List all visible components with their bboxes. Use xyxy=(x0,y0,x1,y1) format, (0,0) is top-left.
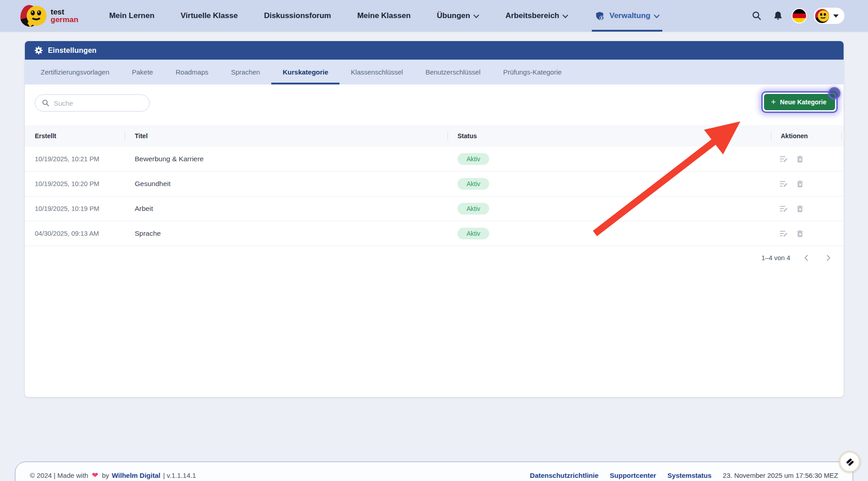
gear-icon xyxy=(34,46,43,55)
cell-title: Bewerbung & Karriere xyxy=(125,155,448,163)
status-badge: Aktiv xyxy=(458,178,489,190)
settings-panel: Einstellungen Zertifizierungsvorlagen Pa… xyxy=(25,41,844,397)
delete-icon[interactable] xyxy=(796,205,804,213)
edit-icon[interactable] xyxy=(779,204,788,213)
settings-tabbar: Zertifizierungsvorlagen Pakete Roadmaps … xyxy=(25,60,844,84)
edit-icon[interactable] xyxy=(779,229,788,238)
column-header-titel: Titel xyxy=(125,125,448,147)
status-badge: Aktiv xyxy=(458,228,489,239)
nav-right-icons xyxy=(750,8,844,24)
edit-icon[interactable] xyxy=(779,154,788,163)
column-header-status: Status xyxy=(448,125,771,147)
search-icon[interactable] xyxy=(750,9,764,23)
widget-logo-icon xyxy=(844,456,856,468)
nav-item-diskussionsforum[interactable]: Diskussionsforum xyxy=(264,0,331,32)
tab-sprachen[interactable]: Sprachen xyxy=(220,60,271,84)
column-header-erstellt: Erstellt xyxy=(25,125,125,147)
plus-icon: + xyxy=(771,99,776,105)
column-header-aktionen: Aktionen xyxy=(771,125,844,147)
account-menu[interactable] xyxy=(814,8,844,24)
delete-icon[interactable] xyxy=(796,155,804,163)
panel-title: Einstellungen xyxy=(48,47,97,55)
consent-widget-button[interactable] xyxy=(839,451,860,472)
new-category-button[interactable]: + Neue Kategorie xyxy=(764,94,835,110)
new-category-focus-ring: + Neue Kategorie xyxy=(761,91,838,113)
nav-item-mein-lernen[interactable]: Mein Lernen xyxy=(109,0,154,32)
status-badge: Aktiv xyxy=(458,153,489,165)
link-datenschutzrichtlinie[interactable]: Datenschutzrichtlinie xyxy=(530,472,599,479)
cell-title: Sprache xyxy=(125,229,448,238)
cell-title: Gesundheit xyxy=(125,180,448,188)
nav-item-virtuelle-klasse[interactable]: Virtuelle Klasse xyxy=(181,0,238,32)
search-icon xyxy=(42,99,50,107)
chevron-down-icon xyxy=(654,14,660,19)
previous-page-icon[interactable] xyxy=(801,252,812,263)
nav-item-arbeitsbereich[interactable]: Arbeitsbereich xyxy=(505,0,568,32)
nav-item-verwaltung[interactable]: Verwaltung xyxy=(594,0,660,32)
pagination: 1–4 von 4 xyxy=(25,246,844,270)
chevron-down-icon xyxy=(473,14,479,19)
main-menu: Mein Lernen Virtuelle Klasse Diskussions… xyxy=(109,0,659,32)
link-systemstatus[interactable]: Systemstatus xyxy=(667,472,712,479)
logo-text: test german xyxy=(51,8,78,24)
pagination-range-label: 1–4 von 4 xyxy=(761,254,790,262)
table-header-row: Erstellt Titel Status Aktionen xyxy=(25,125,844,147)
company-link[interactable]: Wilhelm Digital xyxy=(112,472,160,479)
edit-icon[interactable] xyxy=(779,179,788,188)
table-row: 04/30/2025, 09:13 AM Sprache Aktiv xyxy=(25,221,844,246)
tab-pruefungs-kategorie[interactable]: Prüfungs-Kategorie xyxy=(492,60,573,84)
link-supportcenter[interactable]: Supportcenter xyxy=(610,472,656,479)
app-logo[interactable]: test german xyxy=(20,4,78,28)
tab-klassenschluessel[interactable]: Klassenschlüssel xyxy=(340,60,414,84)
footer-copyright: © 2024 | Made with ❤ by Wilhelm Digital … xyxy=(30,471,196,480)
table-toolbar: + Neue Kategorie xyxy=(25,84,844,125)
panel-header: Einstellungen xyxy=(25,41,844,60)
table-row: 10/19/2025, 10:20 PM Gesundheit Aktiv xyxy=(25,172,844,196)
german-flag-icon[interactable] xyxy=(793,9,806,23)
table-row: 10/19/2025, 10:19 PM Arbeit Aktiv xyxy=(25,196,844,221)
logo-smiley-icon xyxy=(20,4,47,28)
footer: © 2024 | Made with ❤ by Wilhelm Digital … xyxy=(15,462,853,481)
user-avatar xyxy=(815,9,829,23)
delete-icon[interactable] xyxy=(796,229,804,238)
caret-down-icon xyxy=(833,14,839,18)
footer-timestamp: 23. November 2025 um 17:56:30 MEZ xyxy=(723,472,838,479)
top-navigation: test german Mein Lernen Virtuelle Klasse… xyxy=(0,0,868,32)
tab-kurskategorie[interactable]: Kurskategorie xyxy=(271,60,340,84)
cell-created: 10/19/2025, 10:20 PM xyxy=(25,180,125,187)
bell-icon[interactable] xyxy=(771,9,785,23)
search-field[interactable] xyxy=(35,94,150,112)
tab-benutzerschluessel[interactable]: Benutzerschlüssel xyxy=(414,60,492,84)
heart-icon: ❤ xyxy=(92,471,98,480)
nav-item-meine-klassen[interactable]: Meine Klassen xyxy=(357,0,410,32)
cell-created: 10/19/2025, 10:21 PM xyxy=(25,155,125,163)
chevron-down-icon xyxy=(562,14,568,19)
categories-table: Erstellt Titel Status Aktionen 10/19/202… xyxy=(25,125,844,270)
tab-pakete[interactable]: Pakete xyxy=(121,60,165,84)
cell-created: 10/19/2025, 10:19 PM xyxy=(25,205,125,212)
next-page-icon[interactable] xyxy=(823,252,834,263)
admin-shield-icon xyxy=(594,11,605,21)
tab-zertifizierungsvorlagen[interactable]: Zertifizierungsvorlagen xyxy=(29,60,121,84)
tab-roadmaps[interactable]: Roadmaps xyxy=(164,60,220,84)
nav-item-uebungen[interactable]: Übungen xyxy=(437,0,479,32)
cell-created: 04/30/2025, 09:13 AM xyxy=(25,230,125,237)
table-row: 10/19/2025, 10:21 PM Bewerbung & Karrier… xyxy=(25,147,844,172)
click-indicator xyxy=(828,87,840,99)
status-badge: Aktiv xyxy=(458,203,489,215)
cell-title: Arbeit xyxy=(125,205,448,213)
delete-icon[interactable] xyxy=(796,180,804,188)
search-input[interactable] xyxy=(54,99,131,107)
